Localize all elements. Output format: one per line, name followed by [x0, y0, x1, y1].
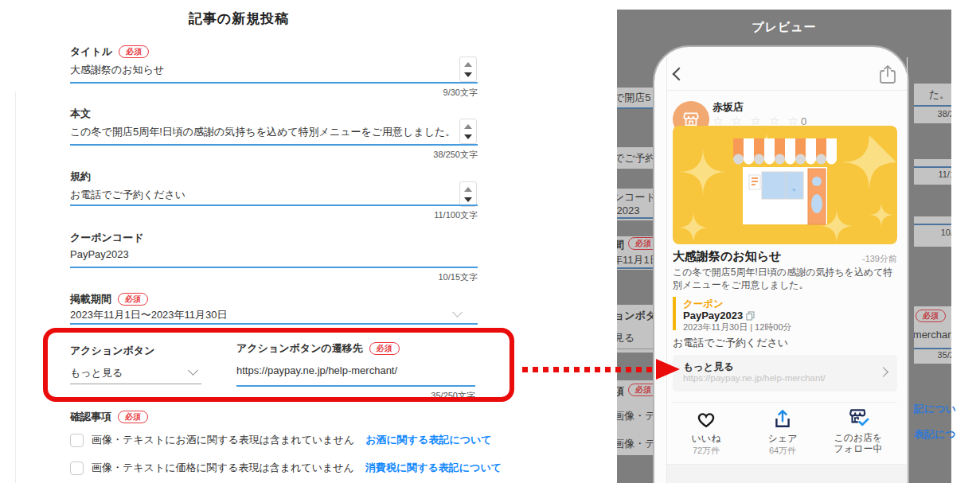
chevron-down-icon[interactable]	[452, 307, 463, 317]
article-body: この冬で開店5周年!日頃の感謝の気持ちを込めて特別メニューをご用意しました。	[673, 266, 897, 291]
backdrop-fragment: 見る	[617, 331, 634, 345]
terms-spinner[interactable]	[459, 181, 477, 207]
backdrop-fragment: 年11月1日	[617, 253, 653, 267]
more-button-label[interactable]: もっと見る	[683, 360, 734, 374]
copy-icon[interactable]	[746, 311, 755, 321]
backdrop-fragment: た。	[929, 88, 950, 102]
backdrop-strip: 項 必須 画像・テ 画像・テ	[617, 380, 653, 455]
field-title-label-text: タイトル	[70, 45, 112, 59]
required-badge: 必須	[628, 384, 653, 396]
share-arrow-icon[interactable]	[772, 408, 793, 429]
period-underline	[70, 323, 478, 325]
page-title: 記事の新規投稿	[0, 10, 478, 28]
coupon-code-input[interactable]: PayPay2023	[70, 248, 129, 260]
terms-input[interactable]: お電話でご予約ください	[70, 188, 185, 202]
coupon-expiry: 2023年11月30日 | 12時00分	[683, 321, 792, 333]
backdrop-strip: た。 38/2	[914, 84, 951, 123]
share-action[interactable]: シェア 64万件	[747, 408, 818, 457]
coupon-code-text: PayPay2023	[683, 310, 743, 321]
form-card-left-border	[15, 92, 16, 483]
follow-label-line2: フォロー中	[834, 443, 883, 454]
field-body-label: 本文	[70, 107, 91, 121]
follow-action[interactable]: このお店を フォロー中	[822, 406, 894, 455]
heart-icon[interactable]	[695, 408, 717, 429]
article-title: 大感謝祭のお知らせ	[673, 249, 781, 264]
store-follow-icon[interactable]	[846, 406, 870, 428]
store-name: 赤坂店	[713, 100, 744, 115]
spinner-up-icon[interactable]	[464, 187, 472, 192]
spinner-up-icon[interactable]	[464, 124, 472, 129]
checkbox-price[interactable]	[70, 462, 84, 475]
field-confirm-label-text: 確認事項	[70, 410, 111, 424]
alcohol-notation-link[interactable]: お酒に関する表記について	[365, 433, 491, 447]
coupon-code: PayPay2023	[683, 310, 755, 321]
body-counter: 38/250文字	[318, 149, 478, 161]
coupon-underline	[70, 267, 478, 268]
backdrop-strip: ョンボタ 見る	[617, 305, 653, 353]
content-divider	[673, 402, 897, 403]
field-coupon-label-text: クーポンコード	[70, 231, 144, 245]
required-badge: 必須	[628, 237, 653, 250]
field-confirm-label: 確認事項 必須	[70, 410, 148, 424]
share-count: 64万件	[769, 445, 796, 457]
backdrop-fragment: 画像・テ	[617, 409, 653, 423]
spinner-down-icon[interactable]	[464, 72, 472, 77]
title-underline	[70, 82, 478, 84]
preview-terms: お電話でご予約ください	[673, 336, 788, 350]
backdrop-strip: 必須 merchant 35/2	[914, 306, 951, 364]
body-spinner[interactable]	[459, 119, 477, 144]
backdrop-fragment: 間	[617, 238, 624, 252]
title-counter: 9/30文字	[318, 87, 478, 99]
spinner-up-icon[interactable]	[464, 62, 472, 67]
more-button-url: https://paypay.ne.jp/help-merchant/	[683, 373, 826, 383]
spinner-down-icon[interactable]	[464, 197, 472, 202]
backdrop-fragment: 10/	[941, 228, 951, 237]
backdrop-fragment-link: 記につい	[914, 402, 956, 416]
spinner-down-icon[interactable]	[464, 134, 472, 139]
required-badge: 必須	[118, 293, 148, 306]
topbar-divider	[667, 90, 907, 91]
coupon-counter: 10/15文字	[318, 271, 478, 283]
field-terms-label: 規約	[70, 169, 91, 184]
field-period-label: 掲載期間 必須	[70, 292, 148, 306]
phone-screen-right-edge	[907, 57, 908, 483]
share-label: シェア	[768, 433, 798, 444]
screenshot-root: 記事の新規投稿 タイトル 必須 大感謝祭のお知らせ 9/30文字 本文 この冬で…	[0, 0, 980, 483]
like-action[interactable]: いいね 72万件	[670, 408, 742, 457]
article-banner-image	[673, 126, 897, 244]
arrow-head-icon	[656, 359, 680, 380]
terms-counter: 11/100文字	[318, 209, 478, 221]
title-input[interactable]: 大感謝祭のお知らせ	[70, 63, 164, 77]
confirm-item-text: 画像・テキストにお酒に関する表現は含まれていません	[92, 433, 354, 447]
backdrop-fragment: 38/2	[938, 109, 951, 119]
checkbox-alcohol[interactable]	[70, 434, 84, 447]
body-underline	[70, 144, 478, 146]
backdrop-strip: 間 必須 年11月1日	[617, 236, 653, 270]
backdrop-strip: で開店5	[617, 88, 653, 109]
field-coupon-label: クーポンコード	[70, 231, 144, 245]
tax-notation-link[interactable]: 消費税に関する表記について	[365, 461, 502, 475]
coupon-accent-bar	[673, 297, 676, 330]
phone-footer-area	[667, 465, 907, 483]
backdrop-fragment: で開店5	[617, 91, 651, 105]
backdrop-strip: でご予約	[617, 147, 653, 169]
backdrop-fragment: 項	[617, 384, 624, 399]
confirm-item-price: 画像・テキストに価格に関する表現は含まれていません 消費税に関する表記について	[70, 461, 502, 475]
confirm-item-alcohol: 画像・テキストにお酒に関する表現は含まれていません お酒に関する表記について	[70, 433, 492, 447]
backdrop-fragment: ンコード	[617, 190, 653, 204]
share-icon[interactable]	[877, 64, 898, 86]
like-count: 72万件	[693, 445, 720, 457]
backdrop-fragment: ョンボタ	[617, 309, 653, 323]
storefront-illustration	[673, 126, 897, 244]
preview-panel-title: プレビュー	[617, 20, 951, 35]
required-badge: 必須	[916, 310, 946, 322]
required-badge: 必須	[118, 411, 148, 423]
period-select[interactable]: 2023年11月1日〜2023年11月30日	[70, 308, 228, 322]
article-time: -139分前	[844, 253, 897, 265]
terms-underline	[70, 204, 478, 206]
follow-label-line1: このお店を	[834, 432, 882, 443]
body-input[interactable]: この冬で開店5周年!日頃の感謝の気持ちを込めて特別メニューをご用意しました。	[70, 125, 455, 139]
field-period-label-text: 掲載期間	[70, 292, 111, 306]
backdrop-fragment: 画像・テ	[617, 437, 653, 451]
title-spinner[interactable]	[459, 56, 477, 82]
